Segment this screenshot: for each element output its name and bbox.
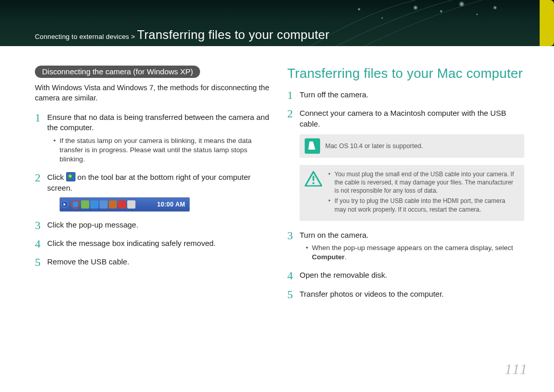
tray-icon [127,200,135,209]
section-heading: Transferring files to your Mac computer [287,66,524,81]
breadcrumb-section: Connecting to external devices [35,33,129,40]
tray-icon [109,200,117,209]
right-column: Transferring files to your Mac computer … [287,66,524,307]
step-4: Open the removable disk. [287,270,524,280]
tray-icon [100,200,108,209]
warning-item: You must plug the small end of the USB c… [328,170,518,195]
left-steps: Ensure that no data is being transferred… [35,112,272,267]
svg-point-9 [312,182,314,184]
svg-point-0 [358,8,361,11]
note-text: Mac OS 10.4 or later is supported. [325,142,423,150]
step-3: Click the pop-up message. [35,220,272,230]
breadcrumb: Connecting to external devices > Transfe… [35,28,329,42]
svg-point-5 [476,13,478,15]
step-text: Turn off the camera. [300,90,368,99]
step-2: Click on the tool bar at the bottom righ… [35,172,272,212]
sub-pre: When the pop-up message appears on the c… [312,244,513,252]
sub-bullet: If the status lamp on your camera is bli… [53,136,272,164]
svg-point-4 [459,1,465,7]
step-text: Click the message box indicating safely … [47,239,216,247]
highlighted-tray-icon [71,200,80,209]
tray-icon [90,200,98,209]
step-1: Ensure that no data is being transferred… [35,112,272,164]
step-pre: Click [47,173,66,181]
right-steps: Turn off the camera. Connect your camera… [287,90,524,299]
warning-box: You must plug the small end of the USB c… [300,165,524,221]
breadcrumb-sep: > [131,33,135,40]
tray-icon [118,200,126,209]
svg-point-2 [413,5,418,10]
edge-tab [540,0,554,46]
page-number: 111 [504,360,528,378]
step-3-sub: When the pop-up message appears on the c… [300,243,524,262]
safely-remove-hardware-icon [66,172,75,181]
taskbar-clock: 10:00 AM [154,200,188,209]
tray-expand-icon [61,201,68,208]
breadcrumb-title: Transferring files to your computer [137,28,329,42]
step-text: Ensure that no data is being transferred… [47,113,269,132]
warning-item: If you try to plug the USB cable into th… [328,197,518,213]
sub-bold: Computer [312,253,345,261]
sub-bullet: When the pop-up message appears on the c… [306,243,524,262]
step-5: Remove the USB cable. [35,257,272,267]
warning-list: You must plug the small end of the USB c… [328,170,518,216]
step-text: Open the removable disk. [300,271,387,279]
windows-taskbar-illustration: 10:00 AM [60,197,190,212]
step-1-sub: If the status lamp on your camera is bli… [47,136,272,164]
step-text: Turn on the camera. [300,231,369,239]
step-4: Click the message box indicating safely … [35,238,272,249]
svg-point-1 [381,17,383,19]
step-5: Transfer photos or videos to the compute… [287,289,524,299]
header-band: Connecting to external devices > Transfe… [0,0,554,46]
step-1: Turn off the camera. [287,90,524,100]
intro-text: With Windows Vista and Windows 7, the me… [35,83,272,103]
step-post: on the tool bar at the bottom right of y… [47,173,251,192]
svg-point-3 [440,10,443,13]
step-text: Transfer photos or videos to the compute… [300,290,444,298]
header-decoration [308,0,523,46]
sub-post: . [345,253,347,261]
section-pill: Disconnecting the camera (for Windows XP… [35,66,200,78]
warning-triangle-icon [305,171,322,187]
page-body: Disconnecting the camera (for Windows XP… [0,46,554,307]
step-3: Turn on the camera. When the pop-up mess… [287,230,524,262]
tray-icon [81,200,89,209]
note-pen-icon [305,138,320,154]
step-text: Remove the USB cable. [47,257,129,266]
svg-point-6 [493,6,497,10]
step-2: Connect your camera to a Macintosh compu… [287,108,524,220]
step-text: Click the pop-up message. [47,220,138,229]
step-text: Connect your camera to a Macintosh compu… [300,109,506,128]
left-column: Disconnecting the camera (for Windows XP… [35,66,272,307]
note-box: Mac OS 10.4 or later is supported. [300,134,524,158]
svg-rect-8 [312,176,314,181]
